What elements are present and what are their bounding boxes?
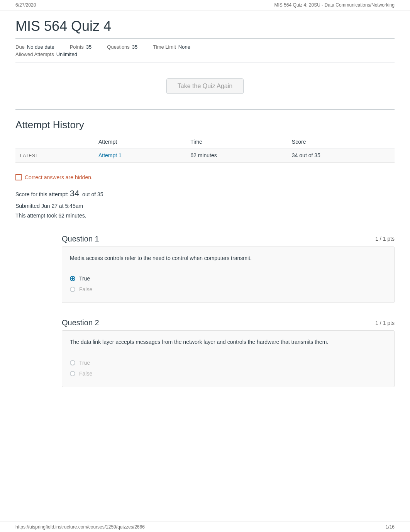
answer-option-0: True <box>70 273 386 284</box>
col-tag <box>15 136 94 148</box>
question-text: Media access controls refer to the need … <box>70 254 386 262</box>
radio-circle-1 <box>70 287 75 292</box>
answer-option-0: True <box>70 357 386 368</box>
allowed-attempts-label: Allowed Attempts <box>15 51 54 57</box>
attempt-table-body: LATEST Attempt 1 62 minutes 34 out of 35 <box>15 148 395 163</box>
answer-label-0: True <box>79 360 90 366</box>
points-meta: Points 35 <box>70 44 92 50</box>
question-text: The data link layer accepts messages fro… <box>70 338 386 346</box>
question-title: Question 2 <box>62 318 99 327</box>
score-number: 34 <box>70 189 79 198</box>
due-label: Due <box>15 44 25 50</box>
time-limit-meta: Time Limit None <box>153 44 190 50</box>
answer-options: True False <box>70 269 386 297</box>
questions-section: Question 1 1 / 1 pts Media access contro… <box>15 231 395 387</box>
question-block-2: Question 2 1 / 1 pts The data link layer… <box>62 314 395 387</box>
questions-label: Questions <box>107 44 130 50</box>
questions-meta: Questions 35 <box>107 44 137 50</box>
answer-label-0: True <box>79 275 90 282</box>
attempt-link[interactable]: Attempt 1 <box>98 152 122 158</box>
attempt-history-title: Attempt History <box>15 110 395 136</box>
due-meta: Due No due date <box>15 44 54 50</box>
attempt-link-cell[interactable]: Attempt 1 <box>94 148 186 163</box>
attempt-details: Score for this attempt: 34 out of 35 Sub… <box>15 186 395 227</box>
duration-line: This attempt took 62 minutes. <box>15 211 395 221</box>
score-total: out of 35 <box>82 191 103 197</box>
due-value: No due date <box>27 44 54 50</box>
attempt-time: 62 minutes <box>186 148 287 163</box>
quiz-meta-row-1: Due No due date Points 35 Questions 35 T… <box>15 44 395 50</box>
question-body: The data link layer accepts messages fro… <box>62 330 395 387</box>
quiz-meta-row-2: Allowed Attempts Unlimited <box>15 51 395 57</box>
radio-circle-0 <box>70 360 75 365</box>
questions-value: 35 <box>132 44 137 50</box>
take-quiz-section: Take the Quiz Again <box>15 63 395 110</box>
answer-label-1: False <box>79 286 92 292</box>
time-limit-value: None <box>178 44 190 50</box>
question-pts: 1 / 1 pts <box>375 320 395 326</box>
table-row: LATEST Attempt 1 62 minutes 34 out of 35 <box>15 148 395 163</box>
quiz-title: MIS 564 Quiz 4 <box>15 10 395 39</box>
points-value: 35 <box>86 44 91 50</box>
hidden-notice: Correct answers are hidden. <box>15 167 395 186</box>
take-quiz-button[interactable]: Take the Quiz Again <box>166 78 244 94</box>
submitted-line: Submitted Jun 27 at 5:45am <box>15 201 395 211</box>
notice-text: Correct answers are hidden. <box>25 174 93 180</box>
question-title: Question 1 <box>62 235 99 243</box>
top-bar-title: MIS 564 Quiz 4: 20SU - Data Communicatio… <box>274 2 395 8</box>
points-label: Points <box>70 44 84 50</box>
answer-options: True False <box>70 354 386 381</box>
question-body: Media access controls refer to the need … <box>62 246 395 303</box>
answer-option-1: False <box>70 368 386 379</box>
col-attempt: Attempt <box>94 136 186 148</box>
radio-circle-0 <box>70 276 75 281</box>
attempt-score: 34 out of 35 <box>287 148 395 163</box>
notice-icon <box>15 174 22 180</box>
top-bar-date: 6/27/2020 <box>15 2 36 8</box>
col-score: Score <box>287 136 395 148</box>
question-header: Question 2 1 / 1 pts <box>62 314 395 330</box>
question-header: Question 1 1 / 1 pts <box>62 231 395 246</box>
attempt-tag: LATEST <box>15 148 94 163</box>
radio-circle-1 <box>70 371 75 376</box>
top-bar: 6/27/2020 MIS 564 Quiz 4: 20SU - Data Co… <box>0 0 410 10</box>
answer-label-1: False <box>79 371 92 377</box>
quiz-meta: Due No due date Points 35 Questions 35 T… <box>15 39 395 63</box>
score-line: Score for this attempt: 34 out of 35 <box>15 186 395 201</box>
page-container: MIS 564 Quiz 4 Due No due date Points 35… <box>0 10 410 414</box>
attempt-history-table: Attempt Time Score LATEST Attempt 1 62 m… <box>15 136 395 163</box>
attempt-table-header-row: Attempt Time Score <box>15 136 395 148</box>
attempt-table-head: Attempt Time Score <box>15 136 395 148</box>
col-time: Time <box>186 136 287 148</box>
allowed-attempts-value: Unlimited <box>56 51 77 57</box>
score-label: Score for this attempt: <box>15 191 68 197</box>
question-pts: 1 / 1 pts <box>375 236 395 242</box>
allowed-attempts-meta: Allowed Attempts Unlimited <box>15 51 77 57</box>
answer-option-1: False <box>70 284 386 295</box>
question-block-1: Question 1 1 / 1 pts Media access contro… <box>62 231 395 303</box>
time-limit-label: Time Limit <box>153 44 176 50</box>
